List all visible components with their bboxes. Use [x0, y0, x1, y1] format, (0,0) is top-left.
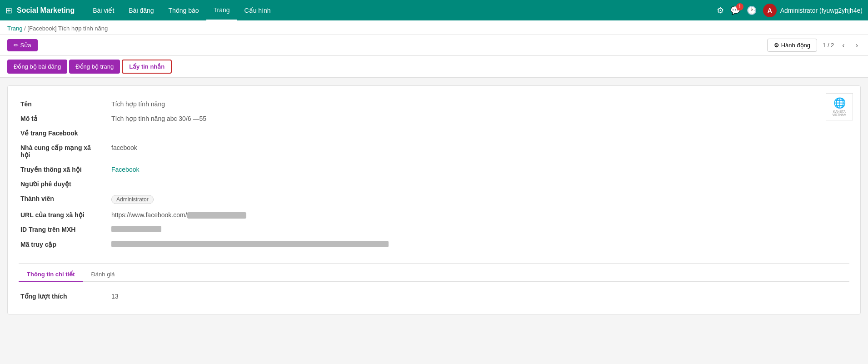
field-ma-truy-cap: Mã truy cập [19, 237, 849, 252]
topnav-right: ⚙ 💬 1 🕐 A Administrator (fyuwg2yhjh4e) [717, 4, 863, 17]
label-ve-trang: Về trang Facebook [19, 126, 110, 140]
detail-card: 🌐 KANETA VIETNAM Tên Tích hợp tính năng … [7, 85, 861, 314]
top-navigation: ⊞ Social Marketing Bài viết Bài đăng Thô… [0, 0, 868, 20]
pagination-info: 1 / 2 [823, 42, 834, 49]
hanh-dong-button[interactable]: ⚙ Hành động [767, 39, 817, 52]
value-nguoi-phe-duyet [110, 177, 849, 191]
field-ten: Tên Tích hợp tính năng [19, 97, 849, 111]
notification-badge: 1 [736, 3, 743, 10]
chat-icon[interactable]: 💬 1 [730, 5, 740, 15]
label-truyen-thong: Truyền thông xã hội [19, 162, 110, 177]
label-thanh-vien: Thành viên [19, 191, 110, 208]
user-menu[interactable]: A Administrator (fyuwg2yhjh4e) [763, 4, 863, 17]
get-messages-button[interactable]: Lấy tin nhắn [122, 60, 172, 74]
value-mo-ta: Tích hợp tính năng abc 30/6 —55 [110, 111, 849, 126]
breadcrumb-current: [Facebook] Tích hợp tính năng [27, 25, 108, 32]
action-bar-left: ✏ Sửa [7, 39, 38, 51]
nav-cau-hinh[interactable]: Cấu hình [237, 0, 278, 20]
value-url: https://www.facebook.com/ [110, 208, 849, 222]
thanh-vien-badge: Administrator [111, 195, 154, 204]
sync-posts-button[interactable]: Đồng bộ bài đăng [7, 60, 67, 74]
main-content: 🌐 KANETA VIETNAM Tên Tích hợp tính năng … [0, 78, 868, 364]
field-mo-ta: Mô tả Tích hợp tính năng abc 30/6 —55 [19, 111, 849, 126]
field-url: URL của trang xã hội https://www.faceboo… [19, 208, 849, 222]
value-ten: Tích hợp tính năng [110, 97, 849, 111]
avatar: A [763, 4, 777, 17]
row-tong-luot-thich: Tổng lượt thích 13 [19, 289, 849, 303]
nav-thong-bao[interactable]: Thông báo [161, 0, 206, 20]
label-url: URL của trang xã hội [19, 208, 110, 222]
truyen-thong-link[interactable]: Facebook [111, 166, 139, 173]
value-ma-truy-cap [110, 237, 849, 252]
nav-bai-dang[interactable]: Bài đăng [121, 0, 161, 20]
url-text: https://www.facebook.com/ [111, 211, 246, 219]
value-thanh-vien: Administrator [110, 191, 849, 208]
logo-icon: 🌐 [833, 97, 846, 109]
field-truyen-thong: Truyền thông xã hội Facebook [19, 162, 849, 177]
field-nha-cung-cap: Nhà cung cấp mạng xã hội facebook [19, 140, 849, 162]
clock-icon[interactable]: 🕐 [747, 5, 757, 15]
value-tong-luot-thich: 13 [110, 289, 849, 303]
card-logo: 🌐 KANETA VIETNAM [826, 93, 853, 120]
prev-page-button[interactable]: ‹ [839, 40, 847, 51]
nav-trang[interactable]: Trang [206, 0, 237, 20]
divider [19, 263, 849, 264]
value-ve-trang [110, 126, 849, 140]
sync-page-button[interactable]: Đồng bộ trang [69, 60, 120, 74]
label-id-trang: ID Trang trên MXH [19, 222, 110, 237]
next-page-button[interactable]: › [853, 40, 861, 51]
tabs-bar: Thông tin chi tiết Đánh giá [19, 267, 849, 282]
label-ten: Tên [19, 97, 110, 111]
label-tong-luot-thich: Tổng lượt thích [19, 289, 110, 303]
tab-thong-tin-chi-tiet[interactable]: Thông tin chi tiết [19, 267, 83, 282]
value-id-trang [110, 222, 849, 237]
label-mo-ta: Mô tả [19, 111, 110, 126]
user-name: Administrator (fyuwg2yhjh4e) [780, 7, 863, 14]
value-nha-cung-cap: facebook [110, 140, 849, 162]
label-nguoi-phe-duyet: Người phê duyệt [19, 177, 110, 191]
field-ve-trang: Về trang Facebook [19, 126, 849, 140]
breadcrumb-parent[interactable]: Trang [7, 25, 22, 32]
action-bar-right: ⚙ Hành động 1 / 2 ‹ › [767, 39, 861, 52]
tab-danh-gia[interactable]: Đánh giá [83, 267, 123, 282]
value-truyen-thong: Facebook [110, 162, 849, 177]
form-table: Tên Tích hợp tính năng Mô tả Tích hợp tí… [19, 97, 849, 252]
detail-table: Tổng lượt thích 13 [19, 289, 849, 303]
breadcrumb: Trang / [Facebook] Tích hợp tính năng [0, 20, 868, 35]
grid-icon[interactable]: ⊞ [5, 5, 12, 15]
field-nguoi-phe-duyet: Người phê duyệt [19, 177, 849, 191]
action-bar: ✏ Sửa ⚙ Hành động 1 / 2 ‹ › [0, 35, 868, 56]
settings-icon[interactable]: ⚙ [717, 5, 724, 15]
nav-menu: Bài viết Bài đăng Thông báo Trang Cấu hì… [85, 0, 717, 20]
field-thanh-vien: Thành viên Administrator [19, 191, 849, 208]
edit-button[interactable]: ✏ Sửa [7, 39, 38, 51]
sync-bar: Đồng bộ bài đăng Đồng bộ trang Lấy tin n… [0, 56, 868, 78]
logo-text: KANETA VIETNAM [826, 110, 853, 116]
app-title: Social Marketing [17, 6, 75, 15]
field-id-trang: ID Trang trên MXH [19, 222, 849, 237]
nav-bai-viet[interactable]: Bài viết [85, 0, 121, 20]
label-ma-truy-cap: Mã truy cập [19, 237, 110, 252]
label-nha-cung-cap: Nhà cung cấp mạng xã hội [19, 140, 110, 162]
